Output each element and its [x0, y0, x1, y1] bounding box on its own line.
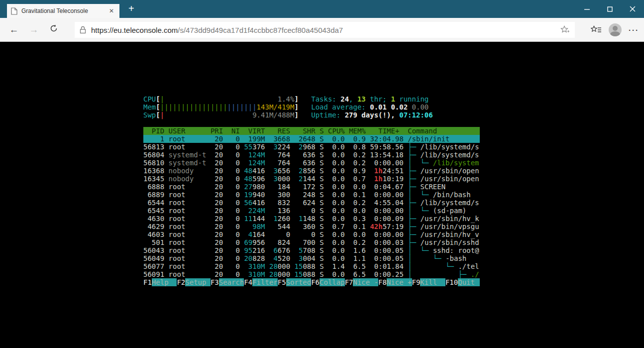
- fkey-f5[interactable]: F5: [278, 278, 286, 286]
- process-row[interactable]: 501 root 20 0 69956 824 700 S 0.0 0.2 0:…: [143, 238, 480, 246]
- fkey-f2[interactable]: F2: [177, 278, 185, 286]
- process-row[interactable]: 4630 root 20 0 11144 1260 1148 S 0.0 0.3…: [143, 215, 480, 223]
- process-row[interactable]: 6888 root 20 0 27980 184 172 S 0.0 0.0 0…: [143, 183, 480, 191]
- refresh-button[interactable]: [44, 24, 64, 35]
- process-row[interactable]: 56049 root 20 0 20828 4520 3004 S 0.0 1.…: [143, 254, 480, 262]
- fkey-f6[interactable]: F6: [311, 278, 320, 286]
- fkey-label-filter[interactable]: Filter: [252, 278, 278, 286]
- process-row[interactable]: 6889 root 20 0 19940 300 248 S 0.0 0.1 0…: [143, 191, 480, 199]
- process-row[interactable]: 56813 root 20 0 55376 3224 2968 S 0.0 0.…: [143, 143, 480, 151]
- fkey-f4[interactable]: F4: [244, 278, 252, 286]
- browser-tab[interactable]: Gravitational Teleconsole ✕: [7, 4, 119, 18]
- fkey-label-nice-[interactable]: Nice -: [353, 278, 378, 286]
- tab-bar: Gravitational Teleconsole ✕ +: [0, 0, 644, 18]
- tab-title: Gravitational Teleconsole: [21, 7, 107, 14]
- settings-menu-icon[interactable]: ···: [629, 26, 639, 34]
- fkey-f10[interactable]: F10: [445, 278, 458, 286]
- process-row[interactable]: 16368 nobody 20 0 48416 3656 2856 S 0.0 …: [143, 167, 480, 175]
- favorites-hub-icon[interactable]: [591, 25, 602, 34]
- process-row[interactable]: 56043 root 20 0 95216 6676 5708 S 0.0 1.…: [143, 246, 480, 254]
- window-maximize-button[interactable]: [598, 0, 621, 18]
- profile-avatar[interactable]: [609, 23, 622, 36]
- fkey-label-sorted[interactable]: Sorted: [286, 278, 312, 286]
- add-favorite-star-icon[interactable]: [560, 25, 570, 34]
- process-row[interactable]: 6545 root 20 0 224M 136 0 S 0.0 0.0 0:00…: [143, 207, 480, 215]
- address-bar[interactable]: https://eu.teleconsole.com/s/473dd9d49ca…: [75, 22, 575, 38]
- fkey-f7[interactable]: F7: [345, 278, 353, 286]
- process-row[interactable]: 1 root 20 0 199M 3668 2648 S 0.0 0.9 32:…: [143, 135, 480, 143]
- url-origin: https://eu.teleconsole.com: [91, 26, 178, 34]
- window-minimize-button[interactable]: [575, 0, 598, 18]
- url-path: /s/473dd9d49ca17d1f4ccbbc87fcecf80a45043…: [178, 26, 343, 34]
- url-text[interactable]: https://eu.teleconsole.com/s/473dd9d49ca…: [91, 26, 560, 34]
- lock-icon: [80, 26, 86, 34]
- process-row[interactable]: 56810 systemd-t 20 0 124M 764 636 S 0.0 …: [143, 159, 480, 167]
- fkey-label-kill[interactable]: Kill: [420, 278, 445, 286]
- function-key-bar: F1Help F2Setup F3SearchF4FilterF5SortedF…: [143, 278, 480, 286]
- fkey-label-setup[interactable]: Setup: [185, 278, 211, 286]
- back-button[interactable]: ←: [4, 24, 24, 35]
- swp-meter-line: Swp[| 9.41M/488M] Uptime: 279 days(!), 0…: [143, 111, 480, 119]
- page-background: CPU[| 1.4%] Tasks: 24, 13 thr; 1 running…: [0, 42, 644, 348]
- fkey-label-help[interactable]: Help: [152, 278, 177, 286]
- fkey-label-quit[interactable]: Quit: [458, 278, 480, 286]
- process-row[interactable]: 56077 root 20 0 310M 28000 15088 S 1.4 6…: [143, 262, 480, 270]
- fkey-f9[interactable]: F9: [412, 278, 421, 286]
- process-row[interactable]: 6544 root 20 0 56416 832 624 S 0.0 0.2 4…: [143, 199, 480, 207]
- process-row[interactable]: 56804 systemd-t 20 0 124M 764 636 S 0.0 …: [143, 151, 480, 159]
- fkey-label-collap[interactable]: Collap: [320, 278, 345, 286]
- new-tab-button[interactable]: +: [128, 3, 134, 14]
- fkey-f1[interactable]: F1: [143, 278, 152, 286]
- process-row[interactable]: 56091 root 20 0 310M 28000 15088 S 0.0 6…: [143, 270, 480, 278]
- process-row[interactable]: 4629 root 20 0 98M 544 360 S 0.7 0.1 42h…: [143, 223, 480, 231]
- page-icon: [11, 7, 17, 15]
- forward-button[interactable]: →: [24, 24, 44, 35]
- process-table-header[interactable]: PID USER PRI NI VIRT RES SHR S CPU% MEM%…: [143, 127, 480, 135]
- blank-line: [143, 119, 480, 127]
- fkey-f3[interactable]: F3: [211, 278, 219, 286]
- tab-close-icon[interactable]: ✕: [107, 7, 115, 14]
- window-close-button[interactable]: [621, 0, 644, 18]
- terminal[interactable]: CPU[| 1.4%] Tasks: 24, 13 thr; 1 running…: [143, 95, 480, 286]
- fkey-label-search[interactable]: Search: [219, 278, 244, 286]
- fkey-f8[interactable]: F8: [378, 278, 387, 286]
- mem-meter-line: Mem[|||||||||||||||||||||||143M/419M] Lo…: [143, 103, 480, 111]
- fkey-label-nice-[interactable]: Nice +: [387, 278, 412, 286]
- process-row[interactable]: 4603 root 20 0 4164 0 0 S 0.0 0.0 0:00.0…: [143, 231, 480, 238]
- process-row[interactable]: 16345 nobody 20 0 48596 3000 2144 S 0.0 …: [143, 175, 480, 183]
- cpu-meter-line: CPU[| 1.4%] Tasks: 24, 13 thr; 1 running: [143, 95, 480, 103]
